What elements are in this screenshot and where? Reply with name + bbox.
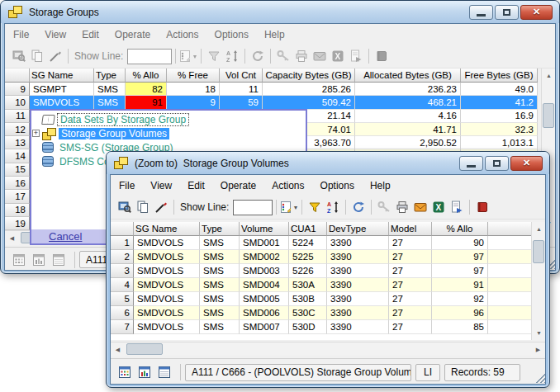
menu-item-operate[interactable]: Operate bbox=[221, 180, 256, 191]
num-cell: 1 bbox=[111, 236, 134, 250]
scroll-thumb[interactable] bbox=[126, 343, 163, 355]
close-button[interactable]: ✕ bbox=[510, 156, 543, 171]
print-icon[interactable] bbox=[292, 47, 311, 65]
help-book-icon[interactable] bbox=[473, 198, 491, 216]
show-line-input[interactable] bbox=[233, 200, 273, 215]
menu-item-actions[interactable]: Actions bbox=[166, 29, 198, 40]
column-header[interactable]: Volume bbox=[240, 222, 289, 236]
minimize-button[interactable] bbox=[469, 5, 493, 20]
menu-item-options[interactable]: Options bbox=[320, 180, 354, 191]
form-select-icon[interactable]: ▼ bbox=[179, 47, 197, 65]
column-header[interactable]: Allocated Bytes (GB) bbox=[355, 68, 461, 83]
column-header[interactable]: Model bbox=[389, 222, 432, 236]
table-row[interactable]: 3SMDVOLSSMSSMD003522633902797 bbox=[111, 264, 534, 278]
column-header[interactable]: CUA1 bbox=[289, 222, 327, 236]
table-row[interactable]: 4SMDVOLSSMSSMD004530A33902791 bbox=[111, 278, 534, 292]
zoom-toolbar: Show Line: ▼ AZ X bbox=[111, 196, 545, 220]
export-page-icon[interactable] bbox=[448, 198, 466, 216]
column-header[interactable]: Type bbox=[94, 68, 126, 83]
column-header[interactable]: % Allo bbox=[432, 222, 488, 236]
vertical-scrollbar[interactable]: ▲ ▼ bbox=[531, 222, 545, 340]
refresh-icon[interactable] bbox=[349, 198, 368, 216]
mail-icon[interactable] bbox=[311, 47, 329, 65]
column-header[interactable]: Capacity Bytes (GB) bbox=[263, 68, 355, 83]
scroll-up-icon[interactable]: ▲ bbox=[542, 68, 556, 83]
edit-pen-icon[interactable] bbox=[46, 47, 64, 65]
filter-icon[interactable] bbox=[306, 198, 324, 216]
tree-item[interactable]: +Storage Group Volumes bbox=[31, 126, 306, 140]
column-header[interactable]: SG Name bbox=[134, 222, 200, 236]
chart-view-icon[interactable] bbox=[136, 364, 153, 380]
mail-icon[interactable] bbox=[411, 198, 429, 216]
sort-az-icon[interactable]: AZ bbox=[223, 47, 241, 65]
column-header[interactable]: DevType bbox=[327, 222, 389, 236]
key-icon[interactable] bbox=[274, 47, 292, 65]
menu-item-edit[interactable]: Edit bbox=[82, 29, 99, 40]
scroll-thumb[interactable] bbox=[543, 103, 554, 128]
table-view-icon[interactable] bbox=[116, 198, 134, 216]
help-book-icon[interactable] bbox=[373, 47, 391, 65]
expand-plus-icon[interactable]: + bbox=[32, 130, 40, 137]
scroll-thumb[interactable] bbox=[533, 240, 544, 263]
table-view-icon[interactable] bbox=[10, 47, 28, 65]
menu-item-help[interactable]: Help bbox=[370, 180, 391, 191]
grid-view-icon[interactable] bbox=[11, 252, 27, 268]
menu-item-view[interactable]: View bbox=[45, 29, 66, 40]
num-cell: 18 bbox=[5, 204, 30, 217]
key-icon[interactable] bbox=[375, 198, 393, 216]
title-bar[interactable]: (Zoom to) Storage Group Volumes ✕ bbox=[107, 152, 549, 174]
show-line-input[interactable] bbox=[127, 49, 172, 64]
horizontal-scrollbar[interactable]: ◀ ▶ bbox=[111, 342, 545, 356]
column-header[interactable]: % Allo bbox=[126, 68, 167, 83]
table-row[interactable]: 1SMDVOLSSMSSMD001522433902790 bbox=[111, 236, 534, 250]
export-excel-icon[interactable]: X bbox=[429, 198, 448, 216]
column-header[interactable]: % Free bbox=[167, 68, 220, 83]
cancel-link[interactable]: Cancel bbox=[49, 230, 82, 243]
table-icon[interactable] bbox=[156, 364, 173, 380]
table-row[interactable]: 5SMDVOLSSMSSMD005530B33902792 bbox=[111, 292, 534, 306]
minimize-button[interactable] bbox=[459, 156, 483, 171]
copy-icon[interactable] bbox=[134, 198, 152, 216]
column-header[interactable]: Type bbox=[200, 222, 240, 236]
menu-item-file[interactable]: File bbox=[13, 29, 29, 40]
menu-item-actions[interactable]: Actions bbox=[272, 180, 304, 191]
table-row[interactable]: 7SMDVOLSSMSSMD007530D33902785 bbox=[111, 320, 534, 334]
menu-item-file[interactable]: File bbox=[119, 180, 135, 191]
table-row[interactable]: 6SMDVOLSSMSSMD006530C33902796 bbox=[111, 306, 534, 320]
table-row[interactable]: 2SMDVOLSSMSSMD002522533902797 bbox=[111, 250, 534, 264]
maximize-button[interactable] bbox=[495, 5, 519, 20]
scroll-left-icon[interactable]: ◀ bbox=[5, 231, 19, 245]
table-icon[interactable] bbox=[50, 252, 67, 268]
maximize-button[interactable] bbox=[485, 156, 509, 171]
export-excel-icon[interactable]: X bbox=[329, 47, 347, 65]
grid-view-icon[interactable] bbox=[116, 364, 133, 380]
print-icon[interactable] bbox=[393, 198, 411, 216]
scroll-down-icon[interactable]: ▼ bbox=[532, 326, 546, 340]
menu-item-edit[interactable]: Edit bbox=[187, 180, 205, 191]
title-bar[interactable]: Storage Groups ✕ bbox=[1, 1, 559, 23]
column-header[interactable]: Free Bytes (GB) bbox=[461, 68, 538, 83]
export-page-icon[interactable] bbox=[347, 47, 365, 65]
chart-view-icon[interactable] bbox=[31, 252, 47, 268]
menu-item-options[interactable]: Options bbox=[215, 29, 249, 40]
close-button[interactable]: ✕ bbox=[520, 5, 553, 20]
tree-item[interactable]: Data Sets By Storage Group bbox=[31, 112, 306, 126]
vol-cnt-cell: 11 bbox=[220, 83, 263, 96]
filter-icon[interactable] bbox=[205, 47, 223, 65]
table-row[interactable]: 9SGMPTSMS821811285.26236.2349.0 bbox=[5, 83, 538, 96]
menu-item-operate[interactable]: Operate bbox=[115, 29, 150, 40]
scroll-up-icon[interactable]: ▲ bbox=[532, 222, 546, 236]
scroll-left-icon[interactable]: ◀ bbox=[111, 342, 125, 357]
table-row[interactable]: 10SMDVOLSSMS91959509.42468.2141.2 bbox=[5, 96, 538, 109]
copy-icon[interactable] bbox=[28, 47, 46, 65]
column-header[interactable]: Vol Cnt bbox=[220, 68, 263, 83]
menu-item-view[interactable]: View bbox=[150, 180, 172, 191]
form-select-icon[interactable]: ▼ bbox=[280, 198, 298, 216]
column-header[interactable]: SG Name bbox=[30, 68, 94, 83]
scroll-right-icon[interactable]: ▶ bbox=[531, 342, 545, 357]
edit-pen-icon[interactable] bbox=[152, 198, 170, 216]
sort-az-icon[interactable]: AZ bbox=[324, 198, 342, 216]
menu-item-help[interactable]: Help bbox=[264, 29, 285, 40]
cua1-cell: 530C bbox=[289, 306, 327, 320]
refresh-icon[interactable] bbox=[249, 47, 267, 65]
